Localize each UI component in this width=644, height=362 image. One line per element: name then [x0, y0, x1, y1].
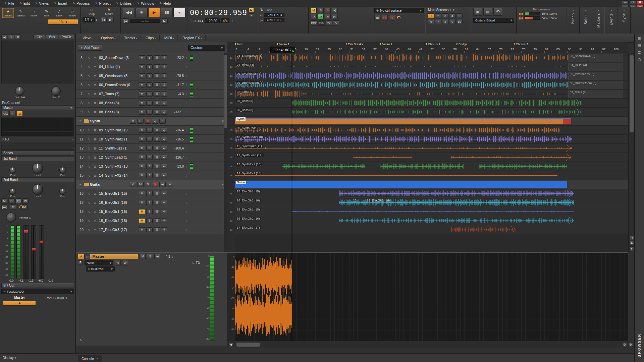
clip-lane-5[interactable]: 08_Bass (8) [235, 99, 628, 108]
track-name[interactable]: 11_SynthFuzz (1 [99, 146, 138, 150]
track-arm-button[interactable] [154, 218, 160, 223]
tail-clip[interactable]: 04_HiHat (4) [569, 63, 623, 71]
track-solo-button[interactable]: S [146, 92, 153, 97]
global-arm-button[interactable] [325, 8, 331, 13]
band1-header[interactable]: 1st Band [1, 156, 74, 161]
track-solo-button[interactable]: S [146, 137, 153, 142]
menu-window[interactable]: ✎Window [135, 1, 157, 6]
clip-lane-7[interactable]: Synth [235, 117, 628, 126]
track-arm-button[interactable] [154, 191, 160, 196]
track-volume-value[interactable]: -23.2 [168, 56, 184, 60]
track-mute-button[interactable]: M [139, 73, 145, 78]
track-name[interactable]: 09_SynthPad1 (9 [99, 128, 138, 132]
tool-select[interactable]: ↖Select [15, 8, 27, 18]
track-echo-button[interactable]: ◂) [161, 128, 167, 133]
bus-pan-knob[interactable] [6, 213, 16, 223]
fader-1[interactable] [23, 225, 29, 279]
clip-lane-label[interactable]: 10_SynthPad2 (10) [236, 135, 264, 139]
folder-echo-monitor-button[interactable]: ◂) [159, 182, 166, 187]
browser-synth-icon[interactable]: ◎ [638, 57, 641, 62]
track-row-3[interactable]: 3∿≣03_SnareDown (3MS◂)-23.2↕ [76, 53, 227, 62]
track-echo-button[interactable]: ◂) [161, 200, 167, 205]
pdc-button[interactable]: PDC [311, 20, 318, 26]
track-arm-button[interactable] [154, 164, 160, 169]
loop-end-time[interactable]: 30:01:088 [264, 18, 284, 22]
track-solo-button[interactable]: S [146, 191, 153, 196]
screenset-8[interactable]: 8 [442, 19, 448, 24]
track-echo-button[interactable]: ◂) [161, 110, 167, 115]
track-volume-value[interactable]: -11.7 [168, 83, 184, 87]
track-mute-button[interactable]: M [139, 55, 145, 60]
master-waveform-pane[interactable] [235, 252, 628, 341]
dim-solo-button[interactable]: DIM [319, 20, 325, 26]
clip-lane-label[interactable]: 06_DrumsRoom (6) [236, 81, 264, 84]
scroll-down-button[interactable]: ▾ [629, 246, 634, 251]
volume-stepper-icon[interactable]: ↕ [185, 146, 189, 150]
track-arm-button[interactable] [154, 155, 160, 160]
track-row-14[interactable]: 14∿≣13_SynthFX1 (13MS◂)-13.0↕ [76, 162, 227, 171]
track-arm-button[interactable] [154, 92, 160, 97]
folder-drag-handle[interactable]: ≡ [78, 183, 83, 186]
track-echo-button[interactable]: ◂) [161, 173, 167, 178]
fx-add-icon[interactable]: + [72, 137, 74, 141]
screenset-select[interactable]: Main Screenset [428, 8, 451, 12]
volume-stepper-icon[interactable]: ↕ [185, 137, 189, 141]
tab-clip[interactable]: Clip [34, 34, 45, 40]
marks-toggle[interactable]: ⚑ Marks [105, 8, 113, 16]
clip-lane-6[interactable]: 08_Bass (8) [235, 108, 628, 117]
clip-lane-18[interactable]: 16_ElecGtr2 (16) [235, 216, 628, 225]
sends-header[interactable]: Sends+ [1, 150, 74, 156]
folder-row-synth[interactable]: ≡SynthMS◂)A▾ [76, 117, 227, 126]
track-volume-value[interactable]: -4.3 [168, 92, 184, 96]
undo-icon[interactable]: ↶ [493, 8, 502, 16]
track-echo-button[interactable]: ◂) [161, 155, 167, 160]
marker-prev-button[interactable]: |◀ [101, 17, 107, 22]
tail-clip[interactable]: 05_Overheads (5) [569, 72, 623, 80]
track-arm-button[interactable] [154, 82, 160, 87]
track-mute-button[interactable]: M [139, 64, 145, 69]
track-row-17[interactable]: 17∿≣16_ElecGtr2 (16)MS◂)↕ [76, 198, 227, 207]
clip-lane-19[interactable]: 17_ElecGtr3 (17) [235, 225, 628, 234]
track-row-18[interactable]: 18∿≣15_ElecGtr1 (15)MS◂)↕ [76, 207, 227, 216]
folder-drag-handle[interactable]: ≡ [78, 119, 83, 123]
sync-icon[interactable]: ∿ [333, 20, 339, 26]
fader-2[interactable] [31, 225, 36, 279]
track-echo-button[interactable]: ◂) [161, 64, 167, 69]
track-row-20[interactable]: 20∿≣17_ElecGtr3 (17)MS◂)↕ [76, 225, 227, 234]
collapsed-module-sync[interactable]: ▴Sync [618, 7, 631, 34]
track-mute-button[interactable]: M [139, 146, 145, 151]
master-speaker-icon[interactable]: ◂) [154, 254, 160, 259]
track-solo-button[interactable]: S [146, 146, 153, 151]
clip-lane-label[interactable]: 05_Overheads (5) [236, 72, 262, 75]
close-button-row1[interactable]: ✕ [637, 0, 643, 4]
track-mute-button[interactable]: M [139, 92, 145, 97]
track-name[interactable]: 16_ElecGtr2 (16) [99, 200, 138, 204]
bus-mute-button[interactable]: M [1, 198, 7, 204]
master-fx-power-icon[interactable]: ⊙ [192, 261, 195, 264]
track-solo-button[interactable]: S [146, 200, 153, 205]
track-volume-value[interactable]: -100.4 [168, 146, 184, 150]
track-echo-button[interactable]: ◂) [161, 101, 167, 106]
clip-lane-8[interactable]: 09_SynthPad1 (9) [235, 126, 628, 135]
tail-clip[interactable]: 03_SnareDown (3) [569, 54, 623, 62]
pause-button[interactable]: ▮▮ [161, 8, 173, 17]
track-solo-button[interactable]: S [146, 82, 153, 87]
folder-solo-button[interactable]: S [145, 182, 151, 187]
track-echo-button[interactable]: ◂) [161, 55, 167, 60]
input-echo-button[interactable]: ⇄ [318, 14, 324, 19]
track-mute-button[interactable]: M [139, 173, 145, 178]
menu-utilities[interactable]: ✎Utilities [114, 1, 134, 6]
horizontal-scrollbar[interactable]: ◀ ⊖ ⊕ [227, 341, 634, 348]
track-volume-value[interactable]: -13.0 [168, 165, 184, 168]
volume-stepper-icon[interactable]: ↕ [185, 65, 189, 69]
screenset-5[interactable]: 5 [456, 13, 463, 18]
track-name[interactable]: 15_ElecGtr1 (15) [99, 191, 138, 195]
reset-button[interactable]: R! [332, 14, 338, 19]
folder-mute-button[interactable]: M [130, 119, 136, 124]
track-echo-button[interactable]: ◂) [161, 82, 167, 87]
zoom-out-vertical-button[interactable]: ⊖ [629, 236, 634, 240]
track-echo-button[interactable]: ◂) [161, 92, 167, 97]
screenset-3[interactable]: 3 [442, 13, 448, 18]
input-echo-button[interactable]: ⇄ [130, 182, 136, 187]
track-echo-button[interactable]: ◂) [161, 137, 167, 142]
